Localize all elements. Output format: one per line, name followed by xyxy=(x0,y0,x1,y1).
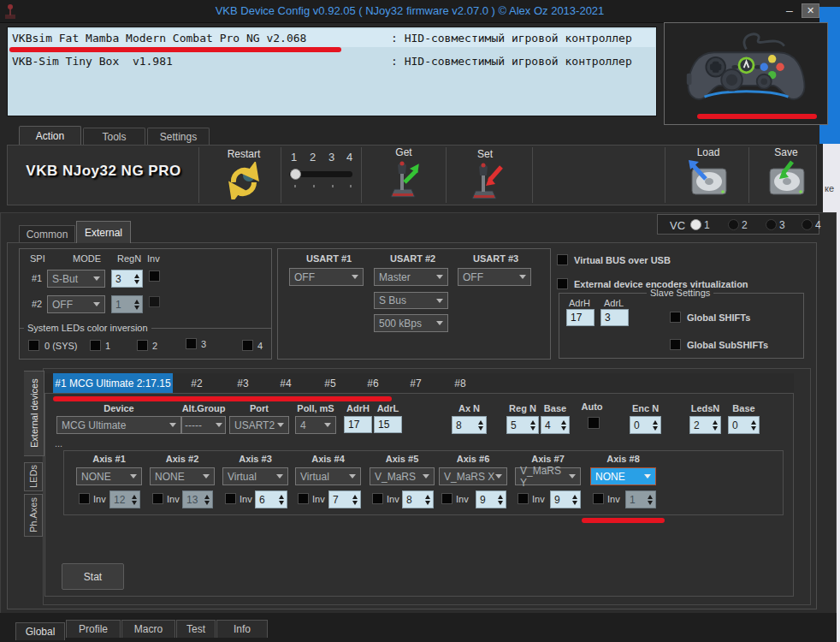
axis5-num-stepper[interactable]: 8 xyxy=(402,490,434,508)
device-tab-7[interactable]: #7 xyxy=(399,373,433,393)
led-inv-2-checkbox[interactable] xyxy=(137,340,148,351)
axis3-inv-checkbox[interactable] xyxy=(225,493,236,504)
device-tab-6[interactable]: #6 xyxy=(356,373,390,393)
device-list-row[interactable]: VKB-Sim Tiny Box v1.981 : HID-совместимы… xyxy=(9,52,655,70)
usart3-dropdown[interactable]: OFF xyxy=(458,268,531,286)
vc-radio-2[interactable] xyxy=(728,219,739,230)
encn-stepper[interactable]: 0 xyxy=(630,416,661,434)
spi2-inv-checkbox[interactable] xyxy=(149,296,160,307)
device-tab-8[interactable]: #8 xyxy=(443,373,477,393)
axis3-num-stepper[interactable]: 6 xyxy=(255,490,287,508)
axis8-num-stepper[interactable]: 1 xyxy=(625,490,656,508)
tab-settings[interactable]: Settings xyxy=(147,128,210,145)
spi1-inv-checkbox[interactable] xyxy=(149,270,160,282)
axis2-dropdown[interactable]: NONE xyxy=(150,467,215,485)
profile-slider-handle[interactable] xyxy=(290,169,301,180)
device-dropdown[interactable]: MCG Ultimate xyxy=(56,416,181,434)
vc-radio-4[interactable] xyxy=(802,219,813,230)
led-inv-0-checkbox[interactable] xyxy=(28,340,39,351)
axis4-dropdown[interactable]: Virtual xyxy=(295,467,361,485)
vc-radio-3[interactable] xyxy=(766,219,777,230)
device-name: VKBsim Fat Mamba Modern Combat Pro NG v2… xyxy=(12,32,306,45)
slider-label-2: 2 xyxy=(310,151,316,163)
slave-adrh-field[interactable]: 17 xyxy=(566,309,595,326)
virtual-bus-checkbox[interactable] xyxy=(557,254,568,265)
usart1-dropdown[interactable]: OFF xyxy=(289,268,364,286)
port-dropdown[interactable]: USART2 xyxy=(229,416,289,434)
bottom-tab-test[interactable]: Test xyxy=(176,620,216,638)
device-tab-1[interactable]: #1 MCG Ultimate 2:17.15 xyxy=(53,373,173,393)
led-inv-4-checkbox[interactable] xyxy=(242,340,253,351)
tab-external[interactable]: External xyxy=(76,221,131,243)
axis2-inv-checkbox[interactable] xyxy=(152,493,163,504)
ledsn-value: 2 xyxy=(690,417,710,433)
base1-stepper[interactable]: 4 xyxy=(541,416,570,434)
axn-stepper[interactable]: 8 xyxy=(452,416,487,434)
device-tab-2[interactable]: #2 xyxy=(180,373,214,393)
axis7-inv-checkbox[interactable] xyxy=(518,493,529,504)
save-button[interactable]: Save xyxy=(756,146,816,203)
vc-radio-1[interactable] xyxy=(690,219,701,230)
axis6-num-stepper[interactable]: 9 xyxy=(476,490,506,508)
alt-group-dropdown[interactable]: ----- xyxy=(181,416,226,434)
axis8-inv-checkbox[interactable] xyxy=(593,493,604,504)
device-tab-5[interactable]: #5 xyxy=(313,373,347,393)
axis8-dropdown[interactable]: NONE xyxy=(590,467,656,485)
ledsn-stepper[interactable]: 2 xyxy=(689,416,721,434)
usart2-speed-dropdown[interactable]: 500 kBps xyxy=(374,314,448,332)
adrh-field[interactable]: 17 xyxy=(344,416,372,433)
led-inv-3-checkbox[interactable] xyxy=(186,338,197,349)
bottom-tab-profile[interactable]: Profile xyxy=(66,620,121,638)
spi1-regn-stepper[interactable]: 3 xyxy=(111,270,143,288)
global-subshifts-checkbox[interactable] xyxy=(670,339,681,350)
usart2-mode-dropdown[interactable]: S Bus xyxy=(374,292,448,309)
spi1-mode-dropdown[interactable]: S-But xyxy=(47,270,105,288)
get-button[interactable]: Get xyxy=(370,146,438,203)
regn-value: 5 xyxy=(507,417,528,433)
axis1-inv-checkbox[interactable] xyxy=(79,493,90,504)
axis4-inv-checkbox[interactable] xyxy=(298,493,309,504)
axis1-dropdown[interactable]: NONE xyxy=(76,467,142,485)
poll-dropdown[interactable]: 4 xyxy=(295,416,336,434)
sidetab-ph-axes[interactable]: Ph.Axes xyxy=(24,494,43,537)
auto-checkbox[interactable] xyxy=(588,417,600,429)
device-tab-4[interactable]: #4 xyxy=(269,373,303,393)
adrl-field[interactable]: 15 xyxy=(374,416,402,433)
axis2-num-stepper[interactable]: 13 xyxy=(182,490,213,508)
axis6-dropdown[interactable]: V_MaRS X xyxy=(439,467,507,485)
base2-stepper[interactable]: 0 xyxy=(728,416,760,434)
tab-common[interactable]: Common xyxy=(19,225,75,243)
spi2-regn-value: 1 xyxy=(112,296,132,312)
sidetab-leds[interactable]: LEDs xyxy=(24,462,43,491)
bottom-tab-macro[interactable]: Macro xyxy=(121,620,175,638)
bottom-tab-info[interactable]: Info xyxy=(216,620,268,638)
axis7-num-stepper[interactable]: 9 xyxy=(550,490,581,508)
slave-adrl-field[interactable]: 3 xyxy=(600,309,629,326)
axis4-num-stepper[interactable]: 7 xyxy=(328,490,361,508)
axis5-inv-checkbox[interactable] xyxy=(372,493,383,504)
restart-button[interactable]: Restart xyxy=(210,148,278,203)
device-list-row-selected[interactable]: VKBsim Fat Mamba Modern Combat Pro NG v2… xyxy=(9,29,655,47)
stat-button[interactable]: Stat xyxy=(62,563,124,590)
close-button[interactable]: ✕ xyxy=(802,3,819,18)
tab-tools[interactable]: Tools xyxy=(83,128,145,145)
usart2-dropdown[interactable]: Master xyxy=(374,268,448,286)
axis5-dropdown[interactable]: V_MaRS xyxy=(370,467,435,485)
set-button[interactable]: Set xyxy=(455,148,515,203)
tab-action[interactable]: Action xyxy=(19,126,81,145)
sidetab-external-devices[interactable]: External devices xyxy=(24,371,44,456)
encoders-virtualization-checkbox[interactable] xyxy=(557,278,568,289)
minimize-button[interactable]: – xyxy=(780,2,799,19)
axis1-num-stepper[interactable]: 12 xyxy=(109,490,140,508)
load-button[interactable]: Load xyxy=(674,146,742,203)
bottom-tab-global[interactable]: Global xyxy=(15,622,65,640)
global-shifts-checkbox[interactable] xyxy=(670,312,681,323)
device-tab-3[interactable]: #3 xyxy=(226,373,260,393)
spi2-mode-dropdown[interactable]: OFF xyxy=(47,295,105,313)
axis3-dropdown[interactable]: Virtual xyxy=(222,467,288,485)
axis7-dropdown[interactable]: V_MaRS Y xyxy=(515,467,581,485)
led-inv-1-checkbox[interactable] xyxy=(90,340,101,351)
axis6-inv-checkbox[interactable] xyxy=(441,493,453,504)
regn-stepper[interactable]: 5 xyxy=(506,416,539,434)
spi2-regn-stepper[interactable]: 1 xyxy=(111,295,143,313)
